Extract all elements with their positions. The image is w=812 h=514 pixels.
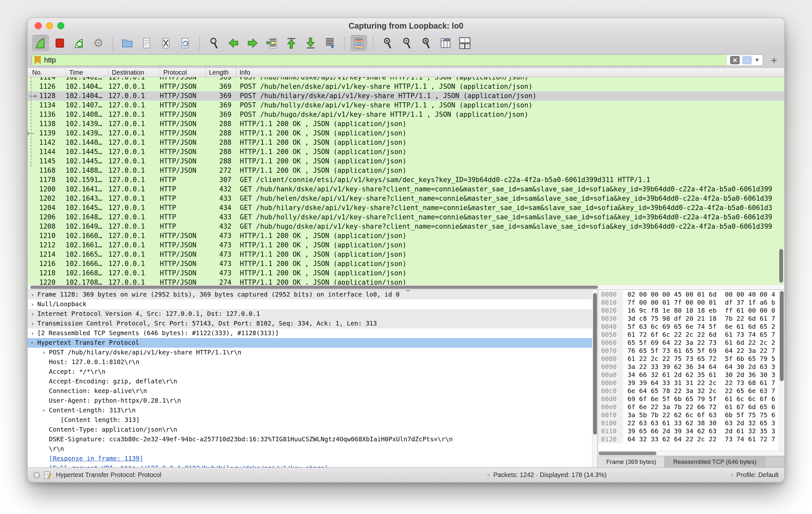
packet-row[interactable]: 1134102.1407…127.0.0.1HTTP/JSON369POST /… xyxy=(28,101,784,110)
hex-row[interactable]: 007076 65 5f 73 61 65 5f 6964 22 3a 22 7 xyxy=(598,347,784,355)
display-filter-input[interactable]: http ✕ → ▼ xyxy=(31,54,763,66)
packet-row[interactable]: 1144102.1445…127.0.0.1HTTP/JSON288HTTP/1… xyxy=(28,147,784,157)
horizontal-scroll-thumb[interactable] xyxy=(30,286,598,289)
collapsed-chevron-icon[interactable]: › xyxy=(39,348,49,357)
packet-row[interactable]: 1128102.1404…127.0.0.1HTTP/JSON369POST /… xyxy=(28,91,784,101)
packet-row[interactable]: 1204102.1645…127.0.0.1HTTP434GET /hub/hi… xyxy=(28,203,784,213)
packet-row[interactable]: 1138102.1439…127.0.0.1HTTP/JSON288HTTP/1… xyxy=(28,119,784,129)
go-last-packet-icon[interactable] xyxy=(302,35,319,51)
hex-row[interactable]: 00107f 00 00 01 7f 00 00 01df 37 1f a6 b xyxy=(598,298,784,306)
reload-file-icon[interactable] xyxy=(177,35,194,51)
collapsed-chevron-icon[interactable]: › xyxy=(28,319,37,328)
packet-row[interactable]: 1214102.1665…127.0.0.1HTTP/JSON473HTTP/1… xyxy=(28,250,784,259)
hex-scrollbar-track[interactable] xyxy=(779,290,784,451)
packet-list-horizontal-scrollbar[interactable] xyxy=(28,285,784,290)
hex-row[interactable]: 008061 22 2c 22 75 73 65 725f 6b 65 79 5 xyxy=(598,355,784,363)
detail-row[interactable]: [Content length: 313] xyxy=(28,415,598,425)
column-header-protocol[interactable]: Protocol xyxy=(160,68,205,77)
filter-bookmark-icon[interactable] xyxy=(34,56,41,64)
packet-row[interactable]: 1200102.1641…127.0.0.1HTTP432GET /hub/ha… xyxy=(28,185,784,194)
packet-row[interactable]: 1126102.1404…127.0.0.1HTTP/JSON369POST /… xyxy=(28,82,784,91)
hex-row[interactable]: 012064 32 33 62 64 22 2c 2273 74 61 72 7 xyxy=(598,435,784,443)
hex-scroll-thumb[interactable] xyxy=(780,291,784,381)
detail-row[interactable]: ›Internet Protocol Version 4, Src: 127.0… xyxy=(28,309,598,319)
expanded-chevron-icon[interactable]: › xyxy=(28,338,37,348)
expanded-chevron-icon[interactable]: › xyxy=(39,406,49,415)
restart-capture-icon[interactable] xyxy=(71,35,87,51)
packet-row[interactable]: 1124102.1402…127.0.0.1HTTP/JSON369POST /… xyxy=(28,77,784,82)
go-to-packet-icon[interactable] xyxy=(264,35,280,51)
stop-capture-icon[interactable] xyxy=(52,35,68,51)
packet-row[interactable]: 1218102.1668…127.0.0.1HTTP/JSON473HTTP/1… xyxy=(28,269,784,278)
close-file-icon[interactable] xyxy=(157,35,174,51)
collapsed-chevron-icon[interactable]: › xyxy=(28,299,37,309)
packet-row[interactable]: 1208102.1649…127.0.0.1HTTP432GET /hub/hu… xyxy=(28,222,784,231)
expert-info-icon[interactable] xyxy=(33,472,40,478)
packet-row[interactable]: 1142102.1440…127.0.0.1HTTP/JSON288HTTP/1… xyxy=(28,138,784,147)
hex-row[interactable]: 00e06f 6e 22 3a 7b 22 66 7261 67 6d 65 6 xyxy=(598,403,784,411)
packet-row[interactable]: 1139102.1439…127.0.0.1HTTP/JSON288HTTP/1… xyxy=(28,129,784,138)
packet-row[interactable]: 1168102.1488…127.0.0.1HTTP/JSON272HTTP/1… xyxy=(28,166,784,175)
packet-row[interactable]: 1202102.1643…127.0.0.1HTTP433GET /hub/he… xyxy=(28,194,784,203)
detail-row[interactable]: ›Hypertext Transfer Protocol xyxy=(28,338,598,348)
go-forward-icon[interactable] xyxy=(244,35,261,51)
column-header-no[interactable]: No. xyxy=(28,68,65,77)
hex-row[interactable]: 005061 72 6f 6c 22 2c 22 6d61 73 74 65 7 xyxy=(598,331,784,339)
find-packet-icon[interactable] xyxy=(206,35,223,51)
profile-label[interactable]: Profile: Default xyxy=(736,471,779,479)
packet-row[interactable]: 1178102.1591…127.0.0.1HTTP307GET /client… xyxy=(28,175,784,185)
collapsed-chevron-icon[interactable]: › xyxy=(28,309,37,319)
hex-row[interactable]: 000002 00 00 00 45 00 01 6d00 00 40 00 4 xyxy=(598,291,784,298)
auto-scroll-icon[interactable] xyxy=(321,35,338,51)
column-header-destination[interactable]: Destination xyxy=(108,68,160,77)
detail-row[interactable]: Host: 127.0.0.1:8102\r\n xyxy=(28,357,598,367)
minimize-window-button[interactable] xyxy=(46,22,53,29)
zoom-window-button[interactable] xyxy=(57,22,64,29)
packet-bytes-pane[interactable]: 000002 00 00 00 45 00 01 6d00 00 40 00 4… xyxy=(598,290,784,467)
detail-row[interactable]: DSKE-Signature: cca3b80c-2e32-49ef-94bc-… xyxy=(28,435,598,444)
detail-row[interactable]: ›Null/Loopback xyxy=(28,299,598,309)
tab-frame-bytes[interactable]: Frame (369 bytes) xyxy=(598,456,665,467)
hex-row[interactable]: 00f03a 5b 7b 22 62 6c 6f 636b 5f 75 75 6 xyxy=(598,411,784,419)
resize-columns-icon[interactable] xyxy=(437,35,454,51)
go-back-icon[interactable] xyxy=(225,35,242,51)
packet-row[interactable]: 1136102.1408…127.0.0.1HTTP/JSON369POST /… xyxy=(28,110,784,119)
collapsed-chevron-icon[interactable]: › xyxy=(28,290,37,299)
packet-row[interactable]: 1220102.1708…127.0.0.1HTTP/JSON274HTTP/1… xyxy=(28,278,784,285)
layout-icon[interactable]: 123 xyxy=(457,35,473,51)
detail-row[interactable]: \r\n xyxy=(28,444,598,454)
collapsed-chevron-icon[interactable]: › xyxy=(28,328,37,338)
zoom-in-icon[interactable] xyxy=(379,35,396,51)
filter-add-plus-button[interactable]: + xyxy=(767,54,781,66)
packet-row[interactable]: 1216102.1666…127.0.0.1HTTP/JSON473HTTP/1… xyxy=(28,259,784,269)
start-capture-fin-icon[interactable] xyxy=(32,35,49,51)
capture-comment-icon[interactable] xyxy=(44,471,52,479)
save-file-icon[interactable] xyxy=(138,35,155,51)
detail-row[interactable]: Accept-Encoding: gzip, deflate\r\n xyxy=(28,377,598,386)
hex-row[interactable]: 00d069 6f 6e 5f 6b 65 79 5f61 6c 6c 6f 6 xyxy=(598,395,784,403)
detail-row[interactable]: ›Frame 1128: 369 bytes on wire (2952 bit… xyxy=(28,290,598,299)
open-file-folder-icon[interactable] xyxy=(119,35,136,51)
detail-row[interactable]: [Response in frame: 1139] xyxy=(28,454,598,463)
packet-details-pane[interactable]: ›Frame 1128: 369 bytes on wire (2952 bit… xyxy=(28,290,598,467)
hex-row[interactable]: 00303d c8 75 98 df 20 21 187b 22 6d 61 7 xyxy=(598,315,784,323)
tab-reassembled-tcp[interactable]: Reassembled TCP (646 bytes) xyxy=(665,456,765,467)
packet-row[interactable]: 1212102.1661…127.0.0.1HTTP/JSON473HTTP/1… xyxy=(28,241,784,250)
hex-horizontal-scrollbar[interactable] xyxy=(598,451,784,456)
colorize-icon[interactable] xyxy=(350,35,367,51)
detail-row[interactable]: ›Content-Length: 313\r\n xyxy=(28,406,598,415)
detail-row[interactable]: Connection: keep-alive\r\n xyxy=(28,386,598,396)
detail-row[interactable]: [Full request URI: http://127.0.0.1:8102… xyxy=(28,463,598,467)
filter-value[interactable]: http xyxy=(44,56,56,64)
hex-row[interactable]: 00c06e 64 65 78 22 3a 32 2c22 65 6e 63 7 xyxy=(598,387,784,395)
filter-apply-arrow-icon[interactable]: → xyxy=(742,56,752,64)
pane-splitter-handle[interactable] xyxy=(406,290,410,291)
details-scrollbar-track[interactable] xyxy=(592,290,598,467)
hex-row[interactable]: 00903a 22 33 39 62 36 34 6464 30 2d 63 3 xyxy=(598,363,784,371)
capture-options-gear-icon[interactable]: ⚙ xyxy=(90,35,107,51)
hex-row[interactable]: 002016 9c f8 1e 80 18 18 ebff 61 00 00 0 xyxy=(598,306,784,315)
column-header-length[interactable]: Length xyxy=(205,68,236,77)
hex-row[interactable]: 00a034 66 32 61 2d 62 35 6130 2d 36 30 3 xyxy=(598,371,784,379)
packet-row[interactable]: 1145102.1445…127.0.0.1HTTP/JSON288HTTP/1… xyxy=(28,157,784,166)
hex-row[interactable]: 00405f 63 6c 69 65 6e 74 5f6e 61 6d 65 2 xyxy=(598,323,784,331)
